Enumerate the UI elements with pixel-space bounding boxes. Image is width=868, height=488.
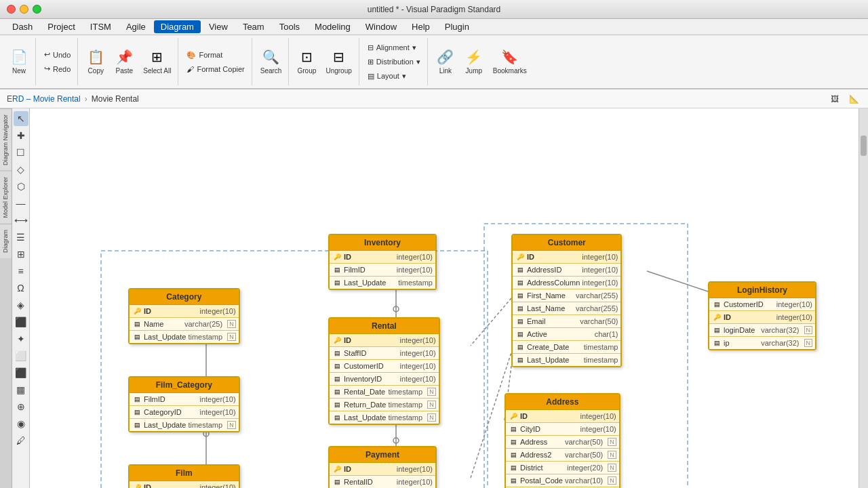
window-title: untitled * - Visual Paradigm Standard [368, 5, 501, 14]
tool-15[interactable]: ⬜ [14, 348, 28, 363]
paste-button[interactable]: 📌 Paste [111, 46, 138, 77]
tool-3[interactable]: ☐ [14, 145, 28, 160]
menu-itsm[interactable]: ITSM [83, 20, 118, 33]
field-icon: ▤ [332, 477, 342, 487]
table-row: ▤FilmIDinteger(10) [130, 393, 239, 406]
tool-14[interactable]: ✦ [14, 331, 28, 346]
menu-dash[interactable]: Dash [5, 20, 39, 33]
tool-17[interactable]: ▦ [14, 382, 28, 397]
layout-button[interactable]: ▤ Layout ▾ [363, 70, 425, 83]
search-button[interactable]: 🔍 Search [256, 46, 286, 77]
menu-window[interactable]: Window [359, 20, 403, 33]
breadcrumb-icon-1[interactable]: 🖼 [827, 92, 842, 106]
maximize-button[interactable] [33, 5, 41, 14]
minimize-button[interactable] [20, 5, 28, 14]
field-name: Last_Name [527, 304, 574, 312]
tool-18[interactable]: ⊕ [14, 399, 28, 414]
tool-4[interactable]: ◇ [14, 162, 28, 177]
field-icon: ▤ [712, 338, 722, 348]
tool-7[interactable]: ⟷ [14, 213, 28, 228]
field-name: Return_Date [344, 401, 386, 409]
key-icon: 🔑 [509, 411, 518, 421]
redo-button[interactable]: ↪ Redo [40, 62, 75, 75]
tool-5[interactable]: ⬡ [14, 179, 28, 194]
close-button[interactable] [7, 5, 16, 14]
jump-button[interactable]: ⚡ Jump [460, 46, 488, 77]
diagram-content-tab[interactable]: Diagram [0, 224, 12, 258]
tool-16[interactable]: ⬛ [14, 365, 28, 380]
distribution-button[interactable]: ⊞ Distribution ▾ [363, 56, 425, 68]
field-name: Email [527, 317, 578, 325]
field-name: Rental_Date [344, 388, 386, 396]
table-customer[interactable]: Customer🔑IDinteger(10)▤AddressIDinteger(… [511, 234, 622, 367]
menu-team[interactable]: Team [236, 20, 271, 33]
table-inventory[interactable]: Inventory🔑IDinteger(10)▤FilmIDinteger(10… [328, 234, 437, 290]
field-type: timestamp [584, 343, 618, 351]
breadcrumb-icon-2[interactable]: 📐 [846, 92, 861, 106]
menu-agile[interactable]: Agile [119, 20, 153, 33]
format-copier-button[interactable]: 🖌 Format Copier [182, 63, 248, 75]
table-row: ▤Postal_Codevarchar(10)N [506, 474, 619, 487]
menu-plugin[interactable]: Plugin [438, 20, 476, 33]
select-tool[interactable]: ↖ [14, 111, 28, 126]
canvas[interactable]: Inventory🔑IDinteger(10)▤FilmIDinteger(10… [30, 108, 859, 488]
table-rental[interactable]: Rental🔑IDinteger(10)▤StaffIDinteger(10)▤… [328, 317, 440, 425]
table-film_category[interactable]: Film_Category▤FilmIDinteger(10)▤Category… [128, 376, 240, 432]
tool-13[interactable]: ⬛ [14, 314, 28, 329]
table-loginhistory[interactable]: LoginHistory▤CustomerIDinteger(10)🔑IDint… [708, 281, 816, 350]
menu-modeling[interactable]: Modeling [308, 20, 357, 33]
table-category[interactable]: Category🔑IDinteger(10)▤Namevarchar(25)N▤… [128, 288, 240, 344]
bookmarks-button[interactable]: 🔖 Bookmarks [489, 46, 531, 77]
menu-help[interactable]: Help [405, 20, 437, 33]
table-payment[interactable]: Payment🔑IDinteger(10)▤RentalIDinteger(10… [328, 446, 437, 488]
tool-8[interactable]: ☰ [14, 230, 28, 245]
diagram-navigator-tab[interactable]: Diagram Navigator [0, 108, 12, 171]
redo-icon: ↪ [44, 64, 50, 73]
window-controls[interactable] [7, 5, 41, 14]
field-name: Postal_Code [520, 476, 563, 485]
table-row: 🔑IDinteger(10) [709, 311, 815, 324]
link-label: Link [439, 67, 452, 75]
alignment-button[interactable]: ⊟ Alignment ▾ [363, 41, 425, 54]
field-name: RentalID [344, 478, 395, 486]
tool-12[interactable]: ◈ [14, 298, 28, 312]
tool-2[interactable]: ✚ [14, 128, 28, 143]
tool-9[interactable]: ⊞ [14, 247, 28, 262]
table-film[interactable]: Film🔑IDinteger(10)▤LanguageIDinteger(10)… [128, 464, 240, 488]
field-icon: ▤ [515, 317, 525, 326]
field-name: CustomerID [724, 300, 774, 308]
main-area: Diagram Navigator Model Explorer Diagram… [0, 108, 868, 488]
table-address[interactable]: Address🔑IDinteger(10)▤CityIDinteger(10)▤… [505, 393, 620, 488]
tool-19[interactable]: ◉ [14, 416, 28, 431]
tool-20[interactable]: 🖊 [14, 433, 28, 448]
group-button[interactable]: ⊡ Group [293, 46, 320, 77]
breadcrumb-separator: › [85, 94, 87, 104]
titlebar: untitled * - Visual Paradigm Standard [0, 0, 868, 19]
key-icon: 🔑 [515, 252, 525, 262]
model-explorer-tab[interactable]: Model Explorer [0, 171, 12, 224]
field-name: Last_Update [144, 333, 186, 341]
menu-diagram[interactable]: Diagram [154, 20, 201, 33]
tool-6[interactable]: — [14, 196, 28, 211]
field-type: varchar(25) [184, 320, 222, 328]
menu-tools[interactable]: Tools [273, 20, 307, 33]
tool-10[interactable]: ≡ [14, 264, 28, 279]
table-row: ▤Address2varchar(50)N [506, 449, 619, 462]
paste-icon: 📌 [116, 49, 133, 65]
tool-11[interactable]: Ω [14, 281, 28, 296]
undo-button[interactable]: ↩ Undo [40, 48, 75, 61]
breadcrumb-root[interactable]: ERD – Movie Rental [7, 94, 81, 104]
key-icon: 🔑 [132, 306, 142, 316]
table-header-payment: Payment [330, 447, 435, 463]
new-button[interactable]: 📄 New [5, 46, 33, 77]
ungroup-button[interactable]: ⊟ Ungroup [321, 46, 355, 77]
menu-view[interactable]: View [202, 20, 235, 33]
right-scrollbar[interactable] [859, 108, 868, 488]
null-badge: N [608, 451, 616, 459]
select-all-button[interactable]: ⊞ Select All [139, 46, 175, 77]
format-button[interactable]: 🎨 Format [182, 49, 248, 62]
menu-project[interactable]: Project [41, 20, 81, 33]
link-button[interactable]: 🔗 Link [432, 46, 459, 77]
copy-button[interactable]: 📋 Copy [82, 46, 109, 77]
table-header-customer: Customer [513, 235, 620, 251]
